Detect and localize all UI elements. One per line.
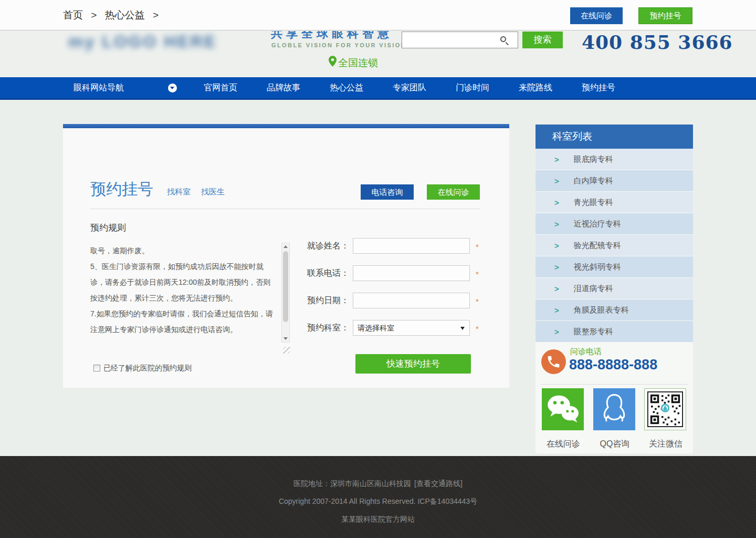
chevron-right-icon: > [554,327,559,336]
agree-row: 已经了解此医院的预约规则 [93,364,192,372]
wechat-icon[interactable] [542,388,584,430]
hotline-number-header: 400 855 3666 [582,31,733,53]
contact-phone-input[interactable] [353,265,470,281]
slogan-en: GLOBLE VISION FOR YOUR VISION [271,42,406,48]
breadcrumb-separator: > [153,9,159,20]
scroll-up-arrow-icon[interactable] [284,245,288,248]
qq-icon[interactable] [593,388,635,430]
agree-label: 已经了解此医院的预约规则 [103,364,192,372]
nav-item-charity[interactable]: 热心公益 [315,77,378,98]
nav-item-experts[interactable]: 专家团队 [378,77,441,98]
search-button[interactable]: 搜索 [522,32,563,48]
rules-line: 7.如果您预约的专家临时请假，我们会通过短信告知，请注意网上专家门诊停诊通知或进… [90,306,277,337]
agree-checkbox[interactable] [93,365,100,371]
chevron-right-icon: > [554,155,559,164]
chevron-right-icon: > [554,284,559,293]
required-mark: * [476,265,482,283]
nationwide-chain-label: 全国连锁 [338,56,378,70]
department-label: 预约科室： [291,320,349,336]
phone-consult-button[interactable]: 电话咨询 [361,184,414,200]
scroll-down-arrow-icon[interactable] [284,337,288,340]
breadcrumb-separator: > [91,9,97,20]
find-doctor-link[interactable]: 找医生 [201,187,225,197]
department-select[interactable]: 请选择科室 [353,320,470,336]
rules-line: 5、医生门诊资源有限，如预约成功后因故不能按时就诊，请务必于就诊日前两天12:0… [90,258,277,306]
required-mark: * [476,238,482,256]
nav-item-home[interactable]: 官网首页 [189,77,252,98]
phone-icon [541,349,566,374]
sidebar-item-cataract[interactable]: >白内障专科 [536,170,693,191]
sidebar-item-glaucoma[interactable]: >青光眼专科 [536,192,693,213]
hotline-number: 888-8888-888 [569,357,657,373]
department-sidebar: 科室列表 >眼底病专科 >白内障专科 >青光眼专科 >近视治疗专科 >验光配镜专… [536,125,693,453]
breadcrumb-charity[interactable]: 热心公益 [105,9,145,20]
find-department-link[interactable]: 找科室 [167,187,191,197]
site-logo[interactable]: my LOGO HERE [68,32,211,51]
qr-code[interactable] [644,388,686,430]
contact-phone-label: 联系电话： [291,265,349,281]
title-divider [90,209,480,209]
appointment-date-label: 预约日期： [291,293,349,308]
chevron-right-icon: > [554,306,559,315]
channel-label: QQ咨询 [593,439,636,450]
chevron-down-icon[interactable] [168,84,177,92]
slogan-cn: 共享全球眼科智慧 [271,31,393,42]
traffic-route-link[interactable]: [查看交通路线] [414,479,463,488]
quick-booking-submit-button[interactable]: 快速预约挂号 [355,354,471,374]
scrollbar-thumb[interactable] [283,251,288,322]
breadcrumb: 首页 > 热心公益 > [63,0,164,30]
appointment-date-input[interactable] [353,293,470,308]
online-consult-button-panel[interactable]: 在线问诊 [427,184,480,200]
sidebar-item-strabismus[interactable]: >视光斜弱专科 [536,256,693,277]
rules-text: 取号，逾期作废。 5、医生门诊资源有限，如预约成功后因故不能按时就诊，请务必于就… [90,243,277,337]
channel-label: 关注微信 [644,439,687,450]
sidebar-item-myopia[interactable]: >近视治疗专科 [536,213,693,234]
rules-heading: 预约规则 [90,222,126,234]
sidebar-title: 科室列表 [536,125,693,149]
sidebar-item-optometry[interactable]: >验光配镜专科 [536,235,693,256]
nav-item-directions[interactable]: 来院路线 [504,77,567,98]
channel-qq-consult[interactable]: QQ咨询 [593,388,636,450]
search-icon[interactable] [500,36,506,42]
patient-name-input[interactable] [353,238,470,254]
footer-site-name: 某某眼科医院官方网站 [0,506,756,524]
search-box [402,32,518,48]
channel-wechat-consult[interactable]: 在线问诊 [542,388,585,450]
chevron-right-icon: > [554,220,559,229]
booking-panel: 预约挂号 找科室 找医生 电话咨询 在线问诊 预约规则 取号，逾期作废。 5、医… [63,124,509,388]
rules-scrollbar[interactable] [281,243,290,343]
footer-copyright: Copyright 2007-2014 All Rights Reserved.… [0,489,756,506]
chevron-right-icon: > [554,198,559,207]
hotline-label: 问诊电话 [570,347,602,357]
nav-item-clinic-hours[interactable]: 门诊时间 [441,77,504,98]
sidebar-item-oculoplastic[interactable]: >眼整形专科 [536,321,693,342]
rules-line: 取号，逾期作废。 [90,243,277,258]
online-consult-button[interactable]: 在线问诊 [570,7,623,24]
nav-site-directory[interactable]: 眼科网站导航 [63,77,189,98]
department-select-value: 请选择科室 [358,324,394,332]
main-nav: 眼科网站导航 官网首页 品牌故事 热心公益 专家团队 门诊时间 来院路线 预约挂… [0,77,756,100]
channel-label: 在线问诊 [542,439,585,450]
sidebar-item-fundus[interactable]: >眼底病专科 [536,149,693,170]
site-header: my LOGO HERE 共享全球眼科智慧 GLOBLE VISION FOR … [0,31,756,77]
breadcrumb-bar: 首页 > 热心公益 > 在线问诊 预约挂号 [0,0,756,30]
footer-address: 医院地址：深圳市南山区南山科技园[查看交通路线] [0,456,756,489]
nav-item-brand-story[interactable]: 品牌故事 [252,77,315,98]
rules-scrollbox: 取号，逾期作废。 5、医生门诊资源有限，如预约成功后因故不能按时就诊，请务必于就… [90,241,290,345]
sidebar-divider [541,384,688,385]
breadcrumb-home[interactable]: 首页 [63,9,83,20]
book-appointment-button[interactable]: 预约挂号 [638,7,692,24]
resize-grip-icon[interactable] [283,347,290,354]
channel-wechat-follow[interactable]: 关注微信 [644,388,687,450]
select-caret-icon [460,327,465,330]
nav-lead-label: 眼科网站导航 [74,83,124,92]
sidebar-item-cornea[interactable]: >角膜及眼表专科 [536,299,693,320]
nav-items: 官网首页 品牌故事 热心公益 专家团队 门诊时间 来院路线 预约挂号 [189,77,630,98]
required-mark: * [476,293,482,311]
nav-item-booking[interactable]: 预约挂号 [567,77,630,98]
page-title: 预约挂号 [90,179,153,200]
chevron-right-icon: > [554,177,559,185]
sidebar-item-lacrimal[interactable]: >泪道病专科 [536,278,693,299]
panel-accent-bar [63,124,509,128]
required-mark: * [476,320,482,338]
